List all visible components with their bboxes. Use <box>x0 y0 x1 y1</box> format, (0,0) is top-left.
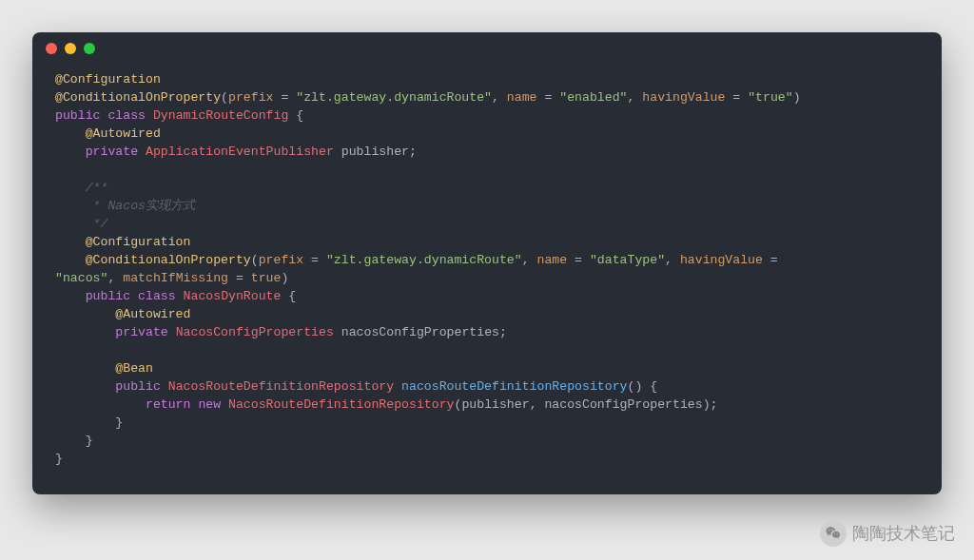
comma: , <box>530 397 545 412</box>
str-zlt: "zlt.gateway.dynamicRoute" <box>326 253 522 267</box>
eq: = <box>725 90 748 105</box>
space <box>168 325 176 339</box>
space <box>138 145 146 159</box>
paren-open: ( <box>221 90 228 105</box>
space <box>161 379 168 394</box>
annotation-conditional: @ConditionalOnProperty <box>55 90 221 105</box>
eq: = <box>274 90 297 105</box>
brace-close: } <box>86 434 93 448</box>
type-NacosConfigProperties: NacosConfigProperties <box>176 325 334 339</box>
type-ApplicationEventPublisher: ApplicationEventPublisher <box>146 145 334 159</box>
space <box>130 289 138 303</box>
attr-havingValue: havingValue <box>642 90 725 105</box>
eq: = <box>228 271 251 285</box>
class-decl-NacosDynRoute: NacosDynRoute <box>184 289 282 303</box>
comma: , <box>522 253 537 267</box>
code-window: @Configuration @ConditionalOnProperty(pr… <box>32 32 942 494</box>
var-publisher: publisher <box>341 145 409 159</box>
code-block: @Configuration @ConditionalOnProperty(pr… <box>32 65 942 494</box>
eq: = <box>303 253 326 267</box>
annotation-bean: @Bean <box>115 361 153 376</box>
space <box>394 379 401 394</box>
close-icon[interactable] <box>46 43 57 54</box>
eq: = <box>763 253 786 267</box>
annotation-autowired: @Autowired <box>115 307 190 321</box>
semi: ; <box>409 145 417 159</box>
brace-open: { <box>281 289 296 303</box>
comma: , <box>665 253 680 267</box>
str-nacos: "nacos" <box>55 271 107 285</box>
str-dataType: "dataType" <box>590 253 665 267</box>
str-zlt: "zlt.gateway.dynamicRoute" <box>296 90 492 105</box>
kw-class: class <box>107 108 146 123</box>
kw-public: public <box>86 289 130 303</box>
attr-name: name <box>507 90 537 105</box>
return-type: NacosRouteDefinitionRepository <box>168 379 394 394</box>
kw-public: public <box>115 379 160 394</box>
maximize-icon[interactable] <box>84 43 95 54</box>
kw-class: class <box>138 289 176 303</box>
ctor-name: NacosRouteDefinitionRepository <box>228 397 454 412</box>
space <box>334 325 341 339</box>
eq: = <box>567 253 590 267</box>
minimize-icon[interactable] <box>65 43 76 54</box>
brace-close: } <box>115 415 123 430</box>
comma: , <box>107 271 123 285</box>
watermark: 陶陶技术笔记 <box>820 520 955 547</box>
kw-private: private <box>115 325 167 339</box>
attr-name: name <box>537 253 568 267</box>
eq: = <box>537 90 560 105</box>
bool-true: true <box>251 271 282 285</box>
comment-line: * Nacos实现方式 <box>86 199 195 213</box>
kw-new: new <box>198 397 221 412</box>
annotation-conditional: @ConditionalOnProperty <box>86 253 251 267</box>
comma: , <box>492 90 507 105</box>
paren-open: ( <box>251 253 259 267</box>
semi: ; <box>711 397 718 412</box>
kw-private: private <box>86 145 138 159</box>
space <box>146 108 153 123</box>
paren-close: ) <box>281 271 288 285</box>
kw-public: public <box>55 108 100 123</box>
fn-name: nacosRouteDefinitionRepository <box>401 379 627 394</box>
brace-open: { <box>642 379 657 394</box>
attr-matchIfMissing: matchIfMissing <box>123 271 228 285</box>
class-decl-DynamicRouteConfig: DynamicRouteConfig <box>153 108 288 123</box>
kw-return: return <box>146 397 190 412</box>
brace-open: { <box>288 108 303 123</box>
str-true: "true" <box>748 90 792 105</box>
annotation-configuration: @Configuration <box>55 72 161 87</box>
paren-close: ) <box>703 397 711 412</box>
attr-prefix: prefix <box>259 253 303 267</box>
arg-nacosConfigProperties: nacosConfigProperties <box>544 397 702 412</box>
annotation-configuration: @Configuration <box>86 235 191 249</box>
comma: , <box>628 90 643 105</box>
attr-havingValue: havingValue <box>680 253 763 267</box>
brace-close: } <box>55 452 63 466</box>
space <box>176 289 184 303</box>
space <box>334 145 341 159</box>
str-enabled: "enabled" <box>559 90 627 105</box>
comment-line: */ <box>86 217 108 231</box>
comment-line: /** <box>86 181 108 195</box>
semi: ; <box>499 325 507 339</box>
attr-prefix: prefix <box>228 90 273 105</box>
space <box>221 397 228 412</box>
window-titlebar <box>32 32 942 65</box>
wechat-icon <box>820 520 847 547</box>
paren-close: ) <box>793 90 801 105</box>
arg-publisher: publisher <box>461 397 529 412</box>
var-nacosConfigProperties: nacosConfigProperties <box>341 325 499 339</box>
annotation-autowired: @Autowired <box>86 126 161 141</box>
watermark-text: 陶陶技术笔记 <box>852 522 955 545</box>
